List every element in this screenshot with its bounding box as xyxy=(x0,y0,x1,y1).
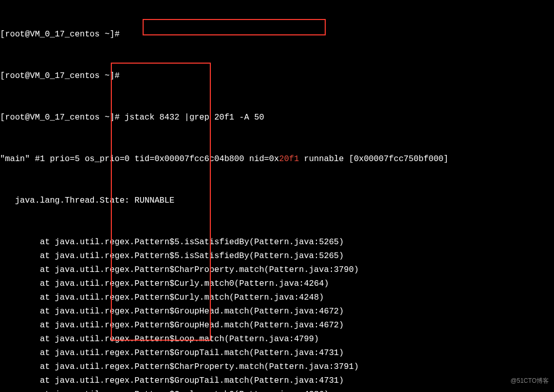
thread-header-pre: "main" #1 prio=5 os_prio=0 tid=0x00007fc… xyxy=(0,154,279,164)
thread-state: java.lang.Thread.State: RUNNABLE xyxy=(0,194,554,208)
stack-frame: at java.util.regex.Pattern$GroupHead.mat… xyxy=(0,305,554,319)
stack-frame: at java.util.regex.Pattern$5.isSatisfied… xyxy=(0,236,554,249)
stack-frame: at java.util.regex.Pattern$Curly.match0(… xyxy=(0,277,554,291)
stack-frame: at java.util.regex.Pattern$Curly.match0(… xyxy=(0,388,554,392)
shell-prompt: [root@VM_0_17_centos ~]# xyxy=(0,113,125,122)
stack-frame: at java.util.regex.Pattern$Curly.match(P… xyxy=(0,291,554,305)
grep-match: 20f1 xyxy=(279,154,299,164)
thread-header-post: runnable [0x00007fcc750bf000] xyxy=(299,154,448,164)
stack-frame: at java.util.regex.Pattern$CharProperty.… xyxy=(0,263,554,277)
stack-frame: at java.util.regex.Pattern$GroupTail.mat… xyxy=(0,346,554,360)
prompt-line-empty-2[interactable]: [root@VM_0_17_centos ~]# xyxy=(0,69,554,83)
command-text: jstack 8432 |grep 20f1 -A 50 xyxy=(125,113,264,122)
prompt-line-empty-1[interactable]: [root@VM_0_17_centos ~]# xyxy=(0,28,554,42)
stack-frame: at java.util.regex.Pattern$GroupTail.mat… xyxy=(0,374,554,388)
stack-frame: at java.util.regex.Pattern$GroupHead.mat… xyxy=(0,319,554,332)
shell-prompt: [root@VM_0_17_centos ~]# xyxy=(0,71,125,81)
terminal-output[interactable]: [root@VM_0_17_centos ~]# [root@VM_0_17_c… xyxy=(0,0,554,392)
prompt-line-command[interactable]: [root@VM_0_17_centos ~]# jstack 8432 |gr… xyxy=(0,111,554,125)
shell-prompt: [root@VM_0_17_centos ~]# xyxy=(0,30,125,39)
stack-frame: at java.util.regex.Pattern$CharProperty.… xyxy=(0,360,554,374)
watermark: @51CTO博客 xyxy=(510,374,549,388)
stack-frame: at java.util.regex.Pattern$5.isSatisfied… xyxy=(0,249,554,263)
thread-header: "main" #1 prio=5 os_prio=0 tid=0x00007fc… xyxy=(0,152,554,166)
stack-frame: at java.util.regex.Pattern$Loop.match(Pa… xyxy=(0,332,554,346)
